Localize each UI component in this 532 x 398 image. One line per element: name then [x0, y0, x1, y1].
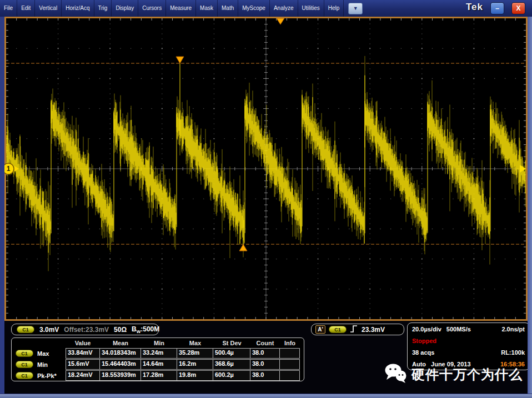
meas-cell: 33.84mV	[66, 348, 100, 359]
meas-header-info: Info	[280, 339, 300, 348]
record-length: RL:100k	[501, 349, 525, 356]
measurement-table: ValueMeanMinMaxSt DevCountInfoC1Max33.84…	[13, 339, 302, 381]
trigger-position-marker[interactable]	[277, 18, 284, 24]
meas-cell: 34.018343m	[99, 348, 141, 359]
run-status: Stopped	[412, 337, 436, 344]
meas-cell: 14.64m	[140, 359, 177, 370]
meas-header-value: Value	[66, 339, 100, 348]
meas-cell: 17.28m	[140, 370, 177, 381]
meas-cell: 18.553939m	[99, 370, 141, 381]
rising-edge-icon	[350, 325, 358, 335]
meas-header-st-dev: St Dev	[213, 339, 250, 348]
svg-text:1: 1	[7, 165, 11, 173]
menu-item-edit[interactable]: Edit	[17, 0, 35, 17]
max-reference-marker[interactable]	[176, 57, 184, 63]
meas-cell: 368.6µ	[213, 359, 250, 370]
menu-bar: FileEditVerticalHoriz/AcqTrigDisplayCurs…	[0, 0, 344, 17]
meas-cell: 15.464403m	[99, 359, 141, 370]
waveform-panel: 1	[4, 17, 528, 321]
meas-name: Min	[37, 361, 48, 368]
meas-cell: 16.2m	[177, 359, 213, 370]
meas-cell	[279, 359, 300, 370]
window-right-edge	[528, 17, 532, 394]
oscilloscope-window: FileEditVerticalHoriz/AcqTrigDisplayCurs…	[0, 0, 532, 398]
offset-readout: Offset:23.3mV	[64, 326, 109, 334]
channel-1-marker[interactable]: 1	[2, 162, 21, 176]
channel-badge: C1	[16, 350, 33, 357]
min-reference-marker[interactable]	[239, 244, 247, 251]
title-menu-bar: FileEditVerticalHoriz/AcqTrigDisplayCurs…	[0, 0, 532, 17]
minimize-button[interactable]: –	[490, 2, 504, 14]
menu-dropdown-button[interactable]: ▼	[348, 3, 363, 14]
menu-item-display[interactable]: Display	[112, 0, 138, 17]
bandwidth-readout: BW:500M	[132, 325, 159, 334]
meas-cell: 19.8m	[177, 370, 213, 381]
wechat-icon	[384, 363, 408, 386]
menu-item-mask[interactable]: Mask	[196, 0, 218, 17]
meas-header-max: Max	[177, 339, 213, 348]
meas-header-count: Count	[250, 339, 280, 348]
sample-resolution: 2.0ns/pt	[501, 326, 525, 332]
window-bottom-edge	[0, 394, 532, 398]
meas-cell: 33.24m	[140, 348, 177, 359]
menu-item-measure[interactable]: Measure	[166, 0, 196, 17]
menu-item-horiz-acq[interactable]: Horiz/Acq	[62, 0, 94, 17]
channel-badge: C1	[16, 372, 33, 379]
menu-item-vertical[interactable]: Vertical	[35, 0, 62, 17]
menu-item-myscope[interactable]: MyScope	[238, 0, 270, 17]
meas-cell: 35.28m	[177, 348, 213, 359]
meas-header-mean: Mean	[100, 339, 141, 348]
sample-rate: 500MS/s	[446, 326, 471, 332]
aux-trigger-badge: A'	[315, 325, 325, 334]
channel-badge: C1	[16, 361, 33, 368]
graticule[interactable]	[6, 18, 526, 319]
tek-logo: Tek	[466, 2, 483, 13]
meas-cell: 38.0	[250, 370, 280, 381]
menu-item-analyze[interactable]: Analyze	[270, 0, 298, 17]
channel-badge: C1	[17, 326, 34, 333]
meas-cell	[279, 348, 300, 359]
close-button[interactable]: X	[511, 2, 525, 14]
trigger-source-badge: C1	[329, 326, 347, 333]
meas-cell: 38.0	[250, 359, 280, 370]
termination-readout: 50Ω	[114, 326, 127, 334]
meas-name: Pk-Pk*	[37, 372, 57, 379]
menu-item-help[interactable]: Help	[324, 0, 344, 17]
channel-readout[interactable]: C1 3.0mV Offset:23.3mV 50Ω BW:500M	[11, 324, 159, 335]
meas-cell: 18.24mV	[66, 370, 100, 381]
menu-item-math[interactable]: Math	[218, 0, 238, 17]
meas-row-label[interactable]: C1Pk-Pk*	[13, 370, 66, 381]
trigger-readout[interactable]: A' C1 23.3mV	[311, 324, 404, 335]
menu-item-utilities[interactable]: Utilities	[298, 0, 324, 17]
watermark: 硬件十万个为什么	[384, 363, 523, 386]
vertical-scale: 3.0mV	[39, 326, 59, 334]
meas-name: Max	[37, 350, 49, 357]
meas-cell: 38.0	[250, 348, 280, 359]
meas-cell	[279, 370, 300, 381]
measurement-panel: ValueMeanMinMaxSt DevCountInfoC1Max33.84…	[11, 337, 304, 381]
meas-cell: 15.6mV	[66, 359, 100, 370]
meas-header-min: Min	[141, 339, 177, 348]
acquisition-count: 38 acqs	[412, 349, 434, 356]
window-left-edge	[0, 17, 4, 394]
meas-row-label[interactable]: C1Min	[13, 359, 66, 370]
menu-item-trig[interactable]: Trig	[94, 0, 112, 17]
meas-cell: 600.2µ	[213, 370, 250, 381]
meas-cell: 500.4µ	[213, 348, 250, 359]
menu-item-cursors[interactable]: Cursors	[138, 0, 166, 17]
trigger-level: 23.3mV	[362, 326, 385, 334]
meas-row-label[interactable]: C1Max	[13, 348, 66, 359]
timebase: 20.0µs/div	[412, 326, 441, 332]
meas-header-spacer	[13, 339, 66, 348]
menu-item-file[interactable]: File	[0, 0, 17, 17]
watermark-text: 硬件十万个为什么	[411, 366, 523, 384]
